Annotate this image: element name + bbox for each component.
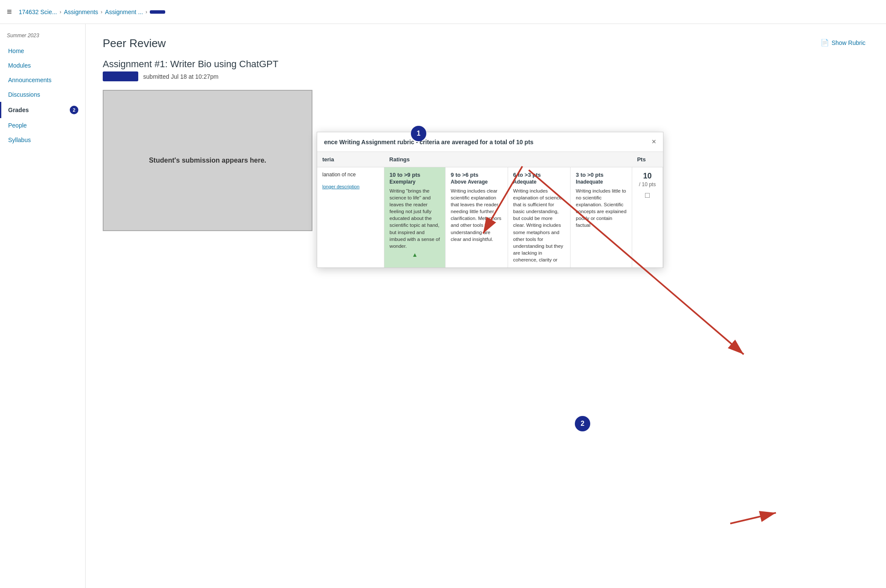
submitted-text: submitted Jul 18 at 10:27pm bbox=[143, 73, 219, 80]
submission-placeholder: Student's submission appears here. bbox=[149, 157, 266, 164]
rubric-panel-title: ence Writing Assignment rubric - criteri… bbox=[324, 139, 533, 146]
rating-adequate[interactable]: 6 to >3 pts Adequate Writing includes ex… bbox=[508, 167, 571, 268]
selected-triangle-icon: ▲ bbox=[389, 251, 440, 258]
rating-inadequate[interactable]: 3 to >0 pts Inadequate Writing includes … bbox=[571, 167, 632, 268]
assignment-subtitle: Writer Bio using ChatGPT bbox=[170, 59, 279, 69]
rating-pts-above-average: 9 to >6 pts bbox=[451, 172, 502, 178]
rating-label-exemplary: Exemplary bbox=[389, 179, 440, 185]
rating-label-above-average: Above Average bbox=[451, 179, 502, 185]
sidebar-item-label-home: Home bbox=[8, 48, 24, 54]
rubric-close-button[interactable]: × bbox=[651, 137, 656, 146]
annotation-2-label: 2 bbox=[581, 420, 585, 428]
breadcrumb-current-page bbox=[150, 10, 165, 14]
breadcrumb-course[interactable]: 174632 Scie... bbox=[19, 9, 57, 15]
annotation-1: 1 bbox=[411, 126, 426, 141]
rubric-panel: ence Writing Assignment rubric - criteri… bbox=[317, 132, 663, 268]
student-name bbox=[103, 71, 138, 81]
sidebar-item-grades[interactable]: Grades 2 bbox=[0, 102, 85, 118]
show-rubric-label: Show Rubric bbox=[832, 39, 865, 46]
pts-total: / 10 pts bbox=[637, 181, 657, 187]
assignment-title: Assignment #1: Writer Bio using ChatGPT bbox=[103, 59, 869, 70]
breadcrumb-sep-2: › bbox=[101, 9, 102, 15]
rating-desc-above-average: Writing includes clear scientific explan… bbox=[451, 187, 502, 243]
rubric-col-criteria: teria bbox=[317, 152, 384, 167]
rating-pts-adequate: 6 to >3 pts bbox=[513, 172, 565, 178]
annotation-2: 2 bbox=[575, 416, 590, 431]
rubric-criteria-cell: lanation of nce longer description bbox=[317, 167, 384, 268]
sidebar-item-label-syllabus: Syllabus bbox=[8, 137, 31, 143]
sidebar-item-label-grades: Grades bbox=[8, 107, 29, 113]
rubric-pts-cell: 10 / 10 pts □ bbox=[632, 167, 663, 268]
rubric-col-ratings: Ratings bbox=[384, 152, 632, 167]
breadcrumb-sep-3: › bbox=[146, 9, 147, 15]
rating-exemplary[interactable]: 10 to >9 pts Exemplary Writing "brings t… bbox=[384, 167, 446, 268]
rating-label-adequate: Adequate bbox=[513, 179, 565, 185]
rating-pts-inadequate: 3 to >0 pts bbox=[576, 172, 627, 178]
sidebar-item-people[interactable]: People bbox=[0, 118, 85, 133]
rubric-header: ence Writing Assignment rubric - criteri… bbox=[317, 132, 663, 152]
sidebar-item-announcements[interactable]: Announcements bbox=[0, 73, 85, 87]
page-header: Peer Review 📄 Show Rubric bbox=[103, 37, 869, 50]
longer-description-link[interactable]: longer description bbox=[322, 184, 360, 189]
criteria-partial-text: lanation of nce bbox=[322, 172, 356, 178]
rubric-table: teria Ratings Pts lanation of nce longer… bbox=[317, 152, 663, 267]
sidebar-item-syllabus[interactable]: Syllabus bbox=[0, 133, 85, 147]
hamburger-icon[interactable]: ≡ bbox=[7, 7, 12, 17]
main-content: Peer Review 📄 Show Rubric Assignment #1:… bbox=[86, 24, 886, 588]
page-layout: Summer 2023 Home Modules Announcements D… bbox=[0, 24, 886, 588]
breadcrumb-assignment[interactable]: Assignment ... bbox=[105, 9, 143, 15]
rating-desc-adequate: Writing includes explanation of science … bbox=[513, 187, 565, 263]
sidebar-item-home[interactable]: Home bbox=[0, 44, 85, 58]
assignment-number: Assignment #1: bbox=[103, 59, 168, 69]
rubric-col-pts: Pts bbox=[632, 152, 663, 167]
breadcrumb-sep-1: › bbox=[59, 9, 61, 15]
pts-value: 10 bbox=[637, 172, 657, 181]
page-title: Peer Review bbox=[103, 37, 166, 50]
svg-line-2 bbox=[730, 513, 776, 523]
breadcrumb: 174632 Scie... › Assignments › Assignmen… bbox=[19, 9, 165, 15]
rating-desc-exemplary: Writing "brings the science to life" and… bbox=[389, 187, 440, 249]
grades-badge: 2 bbox=[70, 106, 78, 114]
sidebar: Summer 2023 Home Modules Announcements D… bbox=[0, 24, 86, 588]
sidebar-item-label-announcements: Announcements bbox=[8, 77, 51, 83]
rubric-icon: 📄 bbox=[821, 39, 829, 47]
rating-above-average[interactable]: 9 to >6 pts Above Average Writing includ… bbox=[446, 167, 508, 268]
top-navigation: ≡ 174632 Scie... › Assignments › Assignm… bbox=[0, 0, 886, 24]
sidebar-item-label-discussions: Discussions bbox=[8, 91, 40, 98]
sidebar-item-discussions[interactable]: Discussions bbox=[0, 87, 85, 102]
rating-desc-inadequate: Writing includes little to no scientific… bbox=[576, 187, 627, 229]
annotation-1-label: 1 bbox=[417, 130, 421, 137]
rubric-row: lanation of nce longer description 10 to… bbox=[317, 167, 663, 268]
submission-area: Student's submission appears here. bbox=[103, 90, 312, 231]
rating-pts-exemplary: 10 to >9 pts bbox=[389, 172, 440, 178]
breadcrumb-assignments[interactable]: Assignments bbox=[64, 9, 98, 15]
show-rubric-button[interactable]: 📄 Show Rubric bbox=[817, 37, 869, 48]
sidebar-item-label-people: People bbox=[8, 122, 27, 129]
rating-label-inadequate: Inadequate bbox=[576, 179, 627, 185]
sidebar-item-label-modules: Modules bbox=[8, 62, 31, 69]
student-bar: submitted Jul 18 at 10:27pm bbox=[103, 71, 869, 81]
sidebar-item-modules[interactable]: Modules bbox=[0, 58, 85, 73]
comment-icon[interactable]: □ bbox=[637, 191, 657, 200]
sidebar-term: Summer 2023 bbox=[0, 33, 85, 44]
